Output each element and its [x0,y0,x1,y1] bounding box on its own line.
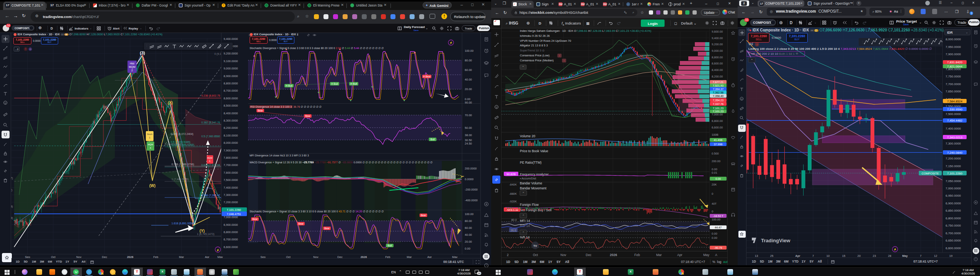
svg-text:9,200.0000: 9,200.0000 [224,52,238,55]
svg-text:Foreign Flow: Foreign Flow [520,203,539,207]
svg-text:0.786 (7,265.47: 0.786 (7,265.47 [201,194,220,197]
svg-text:8,000.0000: 8,000.0000 [946,38,961,41]
svg-text:8,600.00: 8,600.00 [712,62,723,65]
svg-text:7,300.0000: 7,300.0000 [946,142,961,145]
svg-text:50.00: 50.00 [465,126,472,130]
svg-text:6,950.0000: 6,950.0000 [946,194,961,197]
svg-text:0: 0 [712,210,713,213]
svg-text:7,677.21: 7,677.21 [713,80,724,84]
svg-text:7,600.0000: 7,600.0000 [224,171,238,174]
svg-text:9,000.00: 9,000.00 [712,49,723,53]
svg-text:!: ! [756,43,757,46]
svg-text:0.5 (7,960.8560: 0.5 (7,960.8560 [201,135,220,138]
svg-text:7,821.0644: 7,821.0644 [947,65,963,68]
svg-text:7,240.0840: 7,240.0840 [947,151,963,154]
svg-text:6,600.00: 6,600.00 [712,126,723,129]
svg-text:7,400.0000: 7,400.0000 [224,186,238,189]
svg-text:Hist: Hist [130,62,134,65]
svg-text:-90.79: -90.79 [714,246,722,250]
svg-text:0.00: 0.00 [465,97,470,101]
svg-text:13: 13 [755,254,758,258]
svg-text:⚡: ⚡ [893,248,897,251]
svg-text:8,600.0000: 8,600.0000 [224,97,238,100]
svg-text:28: 28 [888,254,891,258]
svg-text:6,800.00: 6,800.00 [712,119,723,123]
svg-text:70.00: 70.00 [465,113,472,117]
svg-text:0.786 (7,686.3796): 0.786 (7,686.3796) [172,163,194,166]
svg-text:7,500.0000: 7,500.0000 [946,112,961,116]
svg-text:90.00: 90.00 [465,101,472,104]
svg-text:Bandar Movement: Bandar Movement [520,186,547,190]
svg-text:38.00: 38.00 [465,133,472,137]
svg-text:80.00: 80.00 [465,219,472,223]
svg-text:H Bull: H Bull [331,82,338,85]
svg-text:20K: 20K [712,183,717,186]
svg-text:7,454.4482: 7,454.4482 [947,119,963,122]
svg-text:8,200.0000: 8,200.0000 [224,126,238,130]
svg-text:90.82B: 90.82B [506,172,516,176]
svg-text:7,000.0000: 7,000.0000 [946,187,961,190]
svg-text:60.00: 60.00 [465,226,472,230]
svg-text:-920K: -920K [509,200,517,203]
svg-text:7,394.37: 7,394.37 [713,87,724,91]
svg-text:9,600.00: 9,600.00 [712,30,723,33]
svg-text:Bear: Bear [298,222,304,225]
svg-text:• Accum/Dist: • Accum/Dist [520,177,536,180]
svg-text:?: ? [975,258,977,260]
svg-text:10: 10 [826,254,830,258]
svg-text:9,400.00: 9,400.00 [712,36,723,40]
svg-text:25: 25 [770,254,773,258]
svg-text:1 (7,481.5685): 1 (7,481.5685) [172,178,189,181]
svg-text:7,101.2260: 7,101.2260 [227,208,241,212]
svg-text:7,200.0000: 7,200.0000 [946,157,961,160]
svg-text:60.00: 60.00 [465,68,472,72]
svg-text:TradingView: TradingView [761,238,791,243]
svg-text:20.00: 20.00 [465,240,472,243]
svg-text:Bull: Bull [388,244,392,247]
svg-text:0.00: 0.00 [712,232,717,235]
svg-text:7,150.0000: 7,150.0000 [946,164,961,168]
svg-text:6,600.0000: 6,600.0000 [946,246,961,250]
svg-text:7,354.23: 7,354.23 [713,99,724,102]
svg-text:100.00: 100.00 [465,212,474,216]
svg-text:⌃: ⌃ [522,192,525,195]
svg-text:7,750.0000: 7,750.0000 [946,75,961,78]
svg-text:MQM: MQM [129,66,135,69]
svg-text:0: 0 [712,192,713,196]
svg-text:⌃: ⌃ [751,59,753,62]
svg-text:30.50: 30.50 [465,138,472,142]
svg-text:8,700.0000: 8,700.0000 [224,89,238,92]
svg-text:7,584.8524: 7,584.8524 [947,100,963,103]
svg-text:7,831.8420: 7,831.8420 [947,61,963,64]
svg-text:7,950.0000: 7,950.0000 [946,45,961,49]
svg-text:(3): (3) [140,51,145,55]
svg-text:7,700.0000: 7,700.0000 [224,163,238,167]
svg-text:H Bear: H Bear [423,75,431,78]
svg-text:Stoch: Stoch [147,133,152,135]
svg-text:40.00: 40.00 [465,78,472,81]
svg-text:8,500.0000: 8,500.0000 [224,104,238,107]
svg-text:7,358.40: 7,358.40 [713,94,724,98]
svg-text:╲ VP 200 200 2 10 10 Both 1 68: ╲ VP 200 200 2 10 10 Both 1 68 1 👁 [748,52,799,56]
svg-text:0.500: 0.500 [712,152,719,155]
svg-text:80.00: 80.00 [465,59,472,62]
svg-text:-18.53 T: -18.53 T [713,214,724,218]
svg-text:Price to Book Value: Price to Book Value [520,149,548,153]
svg-text:Bear: Bear [252,218,258,220]
svg-text:7,362.56: 7,362.56 [713,91,724,94]
svg-text:0.618 (7,946.8366): 0.618 (7,946.8366) [172,143,194,146]
svg-text:6,700.0000: 6,700.0000 [946,232,961,235]
svg-text:7,000.00: 7,000.00 [712,113,723,116]
svg-text:7,900.0000: 7,900.0000 [946,53,961,56]
svg-text:⚡: ⚡ [449,41,453,44]
svg-text:7,700.0000: 7,700.0000 [946,82,961,86]
svg-text:LinReg 100 close 2 2 close 0 2: LinReg 100 close 2 2 close 0 20 50 100 2… [748,47,932,51]
svg-text:100.00: 100.00 [465,49,474,53]
svg-text:0.382 (8,247.76: 0.382 (8,247.76 [201,121,220,124]
svg-text:Bandar Volume: Bandar Volume [520,181,542,185]
svg-text:(X): (X) [168,101,173,105]
svg-text:8,300.0000: 8,300.0000 [224,119,238,122]
svg-text:0.618 (7,673.94: 0.618 (7,673.94 [201,164,220,167]
svg-text:24.50: 24.50 [465,142,472,145]
svg-text:6,900.0000: 6,900.0000 [946,202,961,205]
